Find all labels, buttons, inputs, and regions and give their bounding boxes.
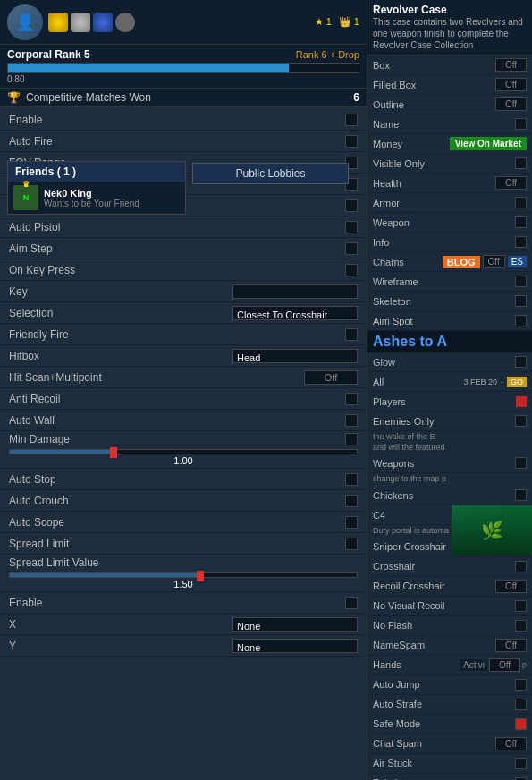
players-indicator[interactable]: [516, 396, 527, 407]
auto-pistol-checkbox[interactable]: [345, 221, 358, 233]
weapons-checkbox[interactable]: [515, 457, 527, 469]
key-input[interactable]: [232, 284, 358, 299]
filled-box-label: Filled Box: [373, 80, 495, 90]
enable-checkbox[interactable]: [345, 114, 358, 126]
aim-spot-row: Aim Spot: [367, 311, 532, 331]
glow-checkbox[interactable]: [515, 356, 527, 368]
enable2-row: Enable: [0, 592, 367, 614]
trophy-label: Competitive Matches Won: [26, 91, 151, 104]
auto-scope-checkbox[interactable]: [345, 516, 358, 529]
recoil-crosshair-control[interactable]: Off: [495, 580, 527, 593]
friends-title: Friends ( 1 ): [15, 165, 76, 178]
chams-off[interactable]: Off: [483, 255, 505, 268]
trophy-count: 6: [353, 91, 359, 104]
name-checkbox[interactable]: [515, 118, 527, 130]
perfect-silent-checkbox[interactable]: [345, 199, 358, 212]
no-flash-checkbox[interactable]: [515, 620, 527, 632]
safe-mode-checkbox[interactable]: [515, 718, 527, 730]
auto-crouch-checkbox[interactable]: [345, 495, 358, 507]
view-on-market-button[interactable]: View On Market: [450, 137, 527, 150]
min-damage-slider[interactable]: [9, 449, 358, 454]
hit-scan-dropdown[interactable]: Off: [304, 370, 358, 385]
all-row: All 3 FEB 20 - GO: [367, 372, 532, 392]
weapons-row: Weapons: [367, 454, 532, 473]
aim-step-checkbox[interactable]: [345, 242, 358, 255]
visible-only-checkbox[interactable]: [515, 157, 527, 169]
right-panel: Revolver Case This case contains two Rev…: [367, 0, 532, 780]
anti-recoil-checkbox[interactable]: [345, 393, 358, 405]
friends-popup-header: Friends ( 1 ): [8, 162, 185, 182]
auto-fire-row: Auto Fire: [0, 131, 367, 152]
enable2-checkbox[interactable]: [345, 597, 358, 609]
spread-limit-slider[interactable]: [9, 572, 358, 578]
chat-spam-control[interactable]: Off: [495, 737, 527, 750]
auto-jump-label: Auto Jump: [373, 679, 515, 690]
friend-item[interactable]: ♛ N Nek0 King Wants to be Your Friend: [8, 182, 185, 214]
enemies-text: the wake of the E and will the featured: [367, 431, 532, 454]
hands-label: Hands: [373, 659, 460, 670]
hands-control[interactable]: Off: [489, 658, 520, 672]
no-visual-recoil-checkbox[interactable]: [515, 600, 527, 612]
min-damage-checkbox[interactable]: [345, 433, 358, 445]
auto-pistol-row: Auto Pistol: [0, 216, 367, 238]
es-button[interactable]: ES: [508, 256, 527, 267]
chams-label: Chams: [373, 257, 443, 267]
air-stuck-row: Air Stuck: [367, 754, 532, 774]
auto-scope-row: Auto Scope: [0, 512, 367, 533]
on-key-press-checkbox[interactable]: [345, 264, 358, 276]
visible-only-label: Visible Only: [373, 158, 515, 169]
hit-scan-label: Hit Scan+Multipoint: [9, 371, 304, 384]
box-control[interactable]: Off: [495, 58, 527, 72]
on-key-press-label: On Key Press: [9, 264, 345, 276]
separator: -: [501, 377, 503, 386]
skeleton-checkbox[interactable]: [515, 295, 527, 307]
aim-spot-container: Aim Spot Ashes to A: [367, 311, 532, 352]
outline-row: Outline Off: [367, 95, 532, 114]
auto-stop-checkbox[interactable]: [345, 473, 358, 486]
auto-wall-label: Auto Wall: [9, 414, 345, 427]
y-dropdown[interactable]: None: [232, 639, 358, 653]
auto-strafe-checkbox[interactable]: [515, 699, 527, 710]
glow-label: Glow: [373, 357, 515, 368]
crosshair-checkbox[interactable]: [515, 561, 527, 572]
go-button[interactable]: GO: [507, 377, 527, 387]
air-stuck-checkbox[interactable]: [515, 758, 527, 769]
star-icon: ★: [315, 16, 324, 27]
x-dropdown[interactable]: None: [232, 617, 358, 632]
all-label: All: [373, 377, 463, 387]
namespam-control[interactable]: Off: [495, 639, 527, 652]
weapon-checkbox[interactable]: [515, 216, 527, 228]
health-control[interactable]: Off: [495, 176, 527, 190]
auto-wall-row: Auto Wall: [0, 410, 367, 431]
selection-row: Selection Closest To Crosshair: [0, 302, 367, 324]
crosshair-label: Crosshair: [373, 561, 515, 572]
hit-scan-row: Hit Scan+Multipoint Off: [0, 367, 367, 388]
date-row: 3 FEB 20 - GO: [463, 377, 527, 387]
enemies-only-checkbox[interactable]: [515, 415, 527, 427]
filled-box-control[interactable]: Off: [495, 78, 527, 91]
hitbox-dropdown[interactable]: Head: [232, 349, 358, 363]
friend-status: Wants to be Your Friend: [44, 199, 180, 208]
weapon-row: Weapon: [367, 213, 532, 233]
outline-control[interactable]: Off: [495, 98, 527, 111]
selection-label: Selection: [9, 307, 232, 319]
outline-label: Outline: [373, 99, 495, 110]
wireframe-checkbox[interactable]: [515, 276, 527, 287]
ashes-overlay: Ashes to A: [367, 331, 532, 352]
aim-spot-checkbox[interactable]: [515, 315, 527, 326]
spread-limit-checkbox[interactable]: [345, 538, 358, 550]
auto-jump-checkbox[interactable]: [515, 679, 527, 691]
friend-info: Nek0 King Wants to be Your Friend: [44, 188, 180, 208]
friend-avatar: ♛ N: [13, 185, 38, 210]
selection-dropdown[interactable]: Closest To Crosshair: [232, 306, 358, 320]
lobbies-popup[interactable]: Public Lobbies: [192, 163, 349, 184]
auto-wall-checkbox[interactable]: [345, 414, 358, 427]
auto-fire-checkbox[interactable]: [345, 135, 358, 148]
auto-strafe-row: Auto Strafe: [367, 695, 532, 715]
top-bar: 👤 ★ 1 👑 1: [0, 0, 367, 45]
friendly-fire-checkbox[interactable]: [345, 328, 358, 341]
armor-checkbox[interactable]: [515, 197, 527, 208]
chickens-checkbox[interactable]: [515, 489, 527, 501]
blog-button[interactable]: BLOG: [443, 256, 480, 268]
info-checkbox[interactable]: [515, 236, 527, 248]
